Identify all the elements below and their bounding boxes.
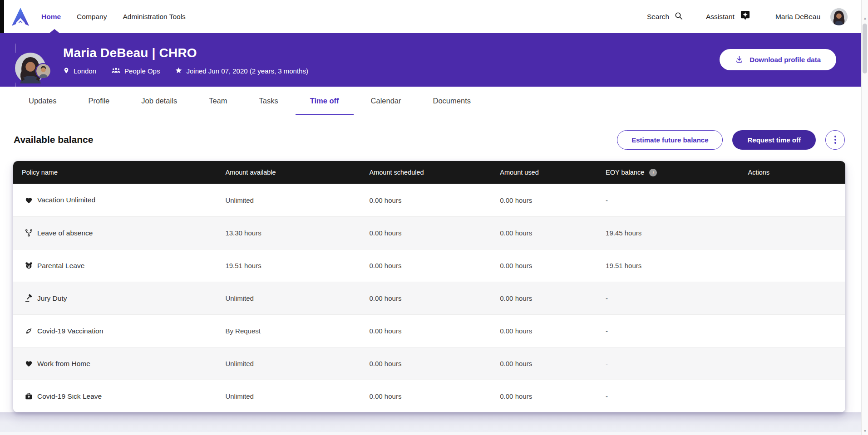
location-pin-icon — [63, 67, 69, 75]
active-nav-notch — [49, 29, 59, 33]
eoy-balance-value: 19.51 hours — [606, 262, 748, 269]
download-icon — [735, 55, 744, 65]
more-options-button[interactable] — [825, 130, 845, 150]
nav-item-administration-tools[interactable]: Administration Tools — [123, 13, 185, 21]
vertical-scrollbar[interactable]: ▲ ▼ — [861, 0, 868, 435]
table-row[interactable]: Leave of absence 13.30 hours 0.00 hours … — [13, 216, 845, 249]
amount-used-value: 0.00 hours — [500, 229, 606, 237]
profile-avatar-group[interactable] — [15, 44, 46, 75]
syringe-icon — [24, 327, 33, 336]
tab-tasks[interactable]: Tasks — [259, 97, 278, 115]
top-nav: HomeCompanyAdministration Tools Search A… — [4, 0, 861, 33]
nav-right: Search Assistant Maria DeBeau — [647, 8, 861, 25]
amount-used-value: 0.00 hours — [500, 360, 606, 367]
col-actions: Actions — [748, 169, 845, 176]
tab-updates[interactable]: Updates — [29, 97, 56, 115]
amount-scheduled-value: 0.00 hours — [370, 294, 500, 302]
assistant-button[interactable]: Assistant — [706, 10, 750, 23]
col-eoy-balance: EOY balance i — [606, 169, 748, 176]
eoy-balance-value: - — [606, 392, 748, 400]
page-title: Maria DeBeau | CHRO — [63, 46, 308, 60]
department-label: People Ops — [124, 67, 160, 75]
balance-table-card: Policy name Amount available Amount sche… — [13, 161, 845, 412]
amount-used-value: 0.00 hours — [500, 392, 606, 400]
download-profile-button[interactable]: Download profile data — [720, 49, 836, 70]
download-label: Download profile data — [750, 56, 821, 64]
app-logo-icon[interactable] — [11, 7, 30, 27]
policy-name: Covid-19 Sick Leave — [37, 392, 102, 401]
request-time-off-button[interactable]: Request time off — [732, 130, 816, 150]
nav-item-home[interactable]: Home — [41, 13, 61, 21]
window-edge — [0, 0, 4, 33]
star-icon — [175, 67, 182, 75]
tab-profile[interactable]: Profile — [88, 97, 109, 115]
table-body: Vacation Unlimited Unlimited 0.00 hours … — [13, 184, 845, 412]
policy-name: Work from Home — [37, 360, 90, 368]
search-label: Search — [647, 13, 669, 21]
nav-item-company[interactable]: Company — [77, 13, 107, 21]
branch-icon — [24, 229, 33, 238]
eoy-balance-value: 19.45 hours — [606, 229, 748, 237]
amount-scheduled-value: 0.00 hours — [370, 392, 500, 400]
location-label: London — [74, 67, 96, 75]
estimate-future-balance-button[interactable]: Estimate future balance — [617, 130, 723, 150]
tab-time-off[interactable]: Time off — [310, 97, 339, 115]
eoy-balance-value: - — [606, 327, 748, 335]
tab-team[interactable]: Team — [209, 97, 227, 115]
eoy-balance-value: - — [606, 196, 748, 204]
col-amount-available: Amount available — [225, 169, 369, 176]
amount-used-value: 0.00 hours — [500, 294, 606, 302]
search-button[interactable]: Search — [647, 11, 683, 22]
profile-meta: London People Ops — [63, 67, 308, 75]
gavel-icon — [24, 294, 33, 303]
eoy-info-icon[interactable]: i — [649, 169, 657, 176]
main-content: UpdatesProfileJob detailsTeamTasksTime o… — [0, 87, 861, 435]
amount-used-value: 0.00 hours — [500, 196, 606, 204]
scroll-up-arrow-icon[interactable]: ▲ — [862, 16, 868, 20]
heart-icon — [24, 359, 33, 368]
department-item: People Ops — [112, 67, 160, 75]
user-name: Maria DeBeau — [775, 13, 820, 21]
heart-icon — [24, 196, 33, 205]
user-avatar[interactable] — [830, 8, 848, 25]
table-row[interactable]: Jury Duty Unlimited 0.00 hours 0.00 hour… — [13, 282, 845, 314]
table-header: Policy name Amount available Amount sche… — [13, 161, 845, 184]
page: HomeCompanyAdministration Tools Search A… — [0, 0, 868, 435]
tab-job-details[interactable]: Job details — [141, 97, 177, 115]
section-title: Available balance — [14, 134, 93, 145]
amount-scheduled-value: 0.00 hours — [370, 229, 500, 237]
col-amount-scheduled: Amount scheduled — [370, 169, 500, 176]
people-group-icon — [112, 67, 120, 75]
col-amount-used: Amount used — [500, 169, 606, 176]
table-row[interactable]: Covid-19 Sick Leave Unlimited 0.00 hours… — [13, 380, 845, 412]
medbag-icon — [24, 392, 33, 401]
assistant-sparkle-icon — [740, 10, 750, 23]
table-row[interactable]: Vacation Unlimited Unlimited 0.00 hours … — [13, 184, 845, 216]
balance-section-header: Available balance Estimate future balanc… — [14, 130, 845, 150]
amount-used-value: 0.00 hours — [500, 327, 606, 335]
profile-banner: Maria DeBeau | CHRO London — [0, 33, 861, 87]
location-item: London — [63, 67, 96, 75]
table-row[interactable]: Work from Home Unlimited 0.00 hours 0.00… — [13, 347, 845, 380]
policy-name: Leave of absence — [37, 229, 93, 237]
scrollbar-thumb[interactable] — [863, 24, 867, 73]
policy-name: Vacation Unlimited — [37, 196, 95, 204]
eoy-balance-value: - — [606, 360, 748, 367]
assistant-label: Assistant — [706, 13, 735, 21]
amount-scheduled-value: 0.00 hours — [370, 196, 500, 204]
scroll-down-arrow-icon[interactable]: ▼ — [862, 429, 868, 433]
table-row[interactable]: Parental Leave 19.51 hours 0.00 hours 0.… — [13, 249, 845, 282]
amount-available-value: Unlimited — [225, 196, 369, 204]
section-actions: Estimate future balance Request time off — [617, 130, 845, 150]
tab-calendar[interactable]: Calendar — [371, 97, 401, 115]
amount-available-value: Unlimited — [225, 392, 369, 400]
secondary-avatar[interactable] — [35, 63, 51, 79]
joined-label: Joined Jun 07, 2020 (2 years, 3 months) — [186, 67, 308, 75]
user-menu[interactable]: Maria DeBeau — [775, 8, 848, 25]
bottom-strip — [0, 432, 868, 435]
kebab-icon — [834, 136, 836, 137]
policy-name: Covid-19 Vaccination — [37, 327, 103, 335]
amount-scheduled-value: 0.00 hours — [370, 262, 500, 269]
tab-documents[interactable]: Documents — [433, 97, 471, 115]
table-row[interactable]: Covid-19 Vaccination By Request 0.00 hou… — [13, 314, 845, 347]
